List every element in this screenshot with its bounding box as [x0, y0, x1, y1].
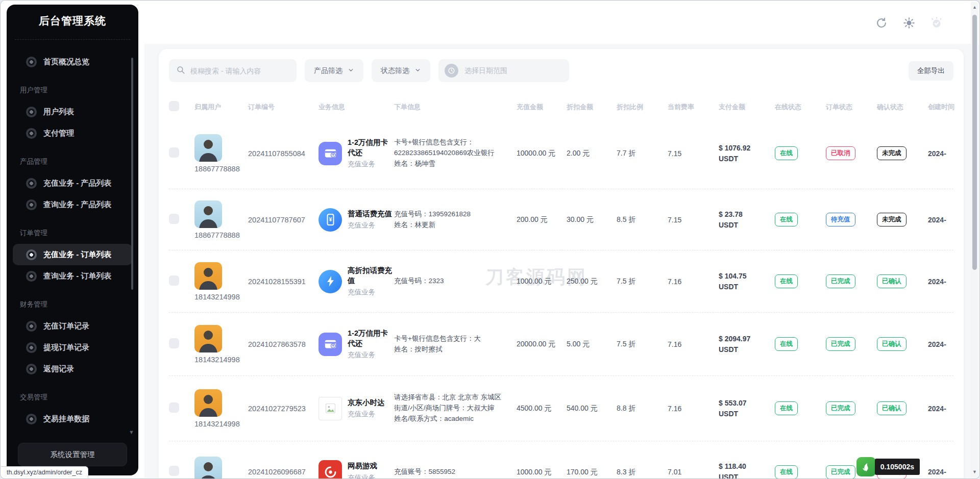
sidebar-scrollbar[interactable]	[131, 58, 133, 290]
main-area: 产品筛选 状态筛选	[144, 1, 979, 478]
app-title: 后台管理系统	[7, 5, 138, 37]
discount-ratio: 7.7 折	[617, 149, 635, 157]
refresh-icon[interactable]	[875, 16, 888, 30]
product-icon	[318, 460, 342, 479]
discount-amount: 2.00 元	[567, 148, 590, 158]
sidebar-item-query-products[interactable]: 查询业务 - 产品列表	[13, 194, 132, 215]
sidebar: 后台管理系统 首页概况总览 用户管理 用户列表 支付管理 产品管理 充值业务 -…	[7, 5, 138, 475]
system-settings-button[interactable]: 系统设置管理	[18, 443, 127, 466]
row-checkbox[interactable]	[169, 402, 179, 413]
created-date: 2024-	[928, 468, 946, 476]
product-icon	[318, 142, 342, 165]
bullseye-icon	[26, 107, 37, 117]
row-checkbox[interactable]	[169, 147, 179, 158]
sidebar-item-user-list[interactable]: 用户列表	[13, 101, 132, 122]
sidebar-section-users: 用户管理	[7, 80, 138, 101]
row-checkbox[interactable]	[169, 275, 179, 286]
order-info: 充值账号：5855952	[394, 467, 517, 477]
sidebar-item-query-orders[interactable]: 查询业务 - 订单列表	[13, 265, 132, 287]
scroll-down-arrow[interactable]: ▼	[971, 469, 978, 474]
pay-amount: $ 23.78 USDT	[719, 209, 775, 231]
discount-ratio: 8.3 折	[617, 468, 635, 476]
bullseye-icon	[26, 249, 37, 260]
order-number: 20241027279523	[248, 405, 306, 413]
timer-widget[interactable]: 0.105002s	[856, 457, 920, 476]
app-window: 后台管理系统 首页概况总览 用户管理 用户列表 支付管理 产品管理 充值业务 -…	[0, 0, 980, 479]
sidebar-item-payment[interactable]: 支付管理	[13, 122, 132, 144]
extension-leaf-icon[interactable]	[856, 457, 876, 476]
scroll-up-arrow[interactable]: ▲	[971, 5, 978, 10]
sidebar-item-withdraw-records[interactable]: 提现订单记录	[13, 337, 132, 358]
sidebar-item-recharge-orders[interactable]: 充值业务 - 订单列表	[13, 244, 132, 265]
pay-amount: $ 118.40 USDT	[719, 461, 775, 479]
chevron-down-icon	[348, 67, 354, 75]
order-info: 卡号+银行信息包含支行：6228233865194020869农业银行 姓名：杨…	[394, 137, 517, 169]
export-all-button[interactable]: 全部导出	[909, 61, 953, 81]
order-number: 20241027863578	[248, 340, 306, 348]
divider	[15, 39, 130, 40]
bullseye-icon	[26, 342, 37, 353]
sidebar-item-recharge-products[interactable]: 充值业务 - 产品列表	[13, 172, 132, 194]
bullseye-icon	[26, 414, 37, 424]
table-row: 18143214998 20241027863578 1-2万信用卡代还 充值业…	[169, 313, 953, 376]
table-row: 18143214998 20241027279523 京东小时达 充值业务 请选…	[169, 376, 953, 441]
product-name: 京东小时达	[348, 398, 385, 408]
product-icon: ¥	[318, 208, 342, 232]
created-date: 2024-	[928, 340, 946, 348]
sidebar-item-rebate-records[interactable]: 返佣记录	[13, 358, 132, 380]
theme-sun-icon[interactable]	[902, 16, 916, 30]
pay-amount: $ 104.75 USDT	[719, 271, 775, 292]
order-info: 充值号码：2323	[394, 276, 517, 287]
bullseye-icon	[26, 57, 37, 67]
sidebar-item-trade-orders[interactable]: 交易挂单数据	[13, 408, 132, 430]
product-filter-dropdown[interactable]: 产品筛选	[305, 59, 363, 82]
order-status-badge: 已完成	[826, 401, 855, 415]
discount-amount: 5.00 元	[567, 339, 590, 349]
recharge-amount: 10000.00 元	[517, 148, 555, 158]
user-phone: 18143214998	[194, 293, 248, 301]
pay-amount: $ 2094.97 USDT	[719, 334, 775, 355]
date-range-picker[interactable]: 选择日期范围	[438, 59, 569, 82]
online-status-badge: 在线	[775, 146, 798, 160]
sidebar-section-products: 产品管理	[7, 151, 138, 172]
discount-amount: 170.00 元	[567, 467, 598, 477]
discount-ratio: 7.5 折	[617, 277, 635, 285]
table-row: 18867778888 20241107855084 1-2万信用卡代还 充值业…	[169, 118, 953, 189]
scrollbar-thumb[interactable]	[972, 15, 977, 270]
order-info: 请选择省市县：北京 北京市 东城区 街道/小区/商场门牌号：大叔大婶 姓名/联系…	[394, 392, 517, 424]
page-scrollbar: ▲ ▼	[971, 2, 978, 477]
filter-toolbar: 产品筛选 状态筛选	[169, 59, 953, 82]
table-row: 18143214998 20241028155391 高折扣话费充值 充值业务 …	[169, 250, 953, 313]
row-checkbox[interactable]	[169, 338, 179, 348]
online-status-badge: 在线	[775, 213, 798, 226]
discount-amount: 540.00 元	[567, 403, 598, 413]
row-checkbox[interactable]	[169, 214, 179, 224]
status-filter-dropdown[interactable]: 状态筛选	[372, 59, 430, 82]
table-row: 18867778888 20241107787607 ¥ 普通话费充值 充值业务…	[169, 189, 953, 250]
row-checkbox[interactable]	[169, 466, 179, 476]
bullseye-icon	[26, 199, 37, 210]
online-status-badge: 在线	[775, 337, 798, 351]
search-input[interactable]	[190, 67, 289, 75]
created-date: 2024-	[928, 216, 946, 224]
recharge-amount: 200.00 元	[517, 214, 548, 224]
product-icon	[318, 397, 342, 420]
order-status-badge: 已完成	[826, 274, 855, 288]
recharge-amount: 4500.00 元	[517, 403, 552, 413]
user-avatar	[194, 325, 222, 352]
sidebar-item-home[interactable]: 首页概况总览	[13, 51, 132, 72]
sidebar-item-recharge-records[interactable]: 充值订单记录	[13, 315, 132, 337]
order-number: 20241107787607	[248, 216, 305, 224]
chevron-down-icon[interactable]: ▼	[129, 429, 134, 435]
select-all-checkbox[interactable]	[169, 101, 179, 111]
confirm-status-badge: 已确认	[877, 401, 906, 415]
user-avatar	[194, 134, 222, 162]
discount-amount: 30.00 元	[567, 214, 594, 224]
order-status-badge: 待充值	[826, 213, 855, 226]
product-name: 网易游戏	[348, 461, 377, 471]
order-status-badge: 已完成	[826, 465, 855, 479]
search-box[interactable]	[169, 59, 297, 82]
user-phone: 18143214998	[194, 356, 248, 364]
created-date: 2024-	[928, 405, 946, 413]
verified-badge-icon[interactable]	[930, 16, 943, 30]
